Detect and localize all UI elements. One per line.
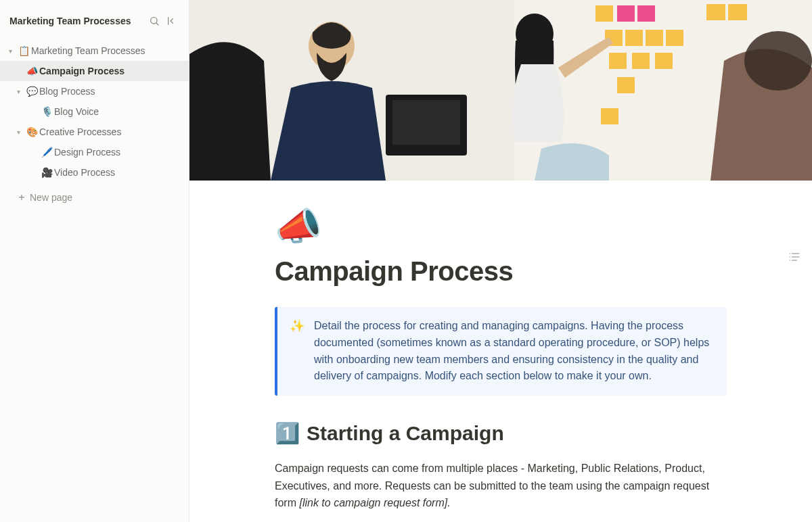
new-page-button[interactable]: + New page (0, 187, 189, 208)
camera-icon: 🎥 (39, 167, 54, 178)
page-tree: ▾ 📋 Marketing Team Processes 📣 Campaign … (0, 41, 189, 208)
svg-rect-9 (728, 4, 747, 20)
sidebar-item-label: Design Process (54, 147, 182, 158)
svg-rect-13 (666, 30, 683, 46)
svg-rect-18 (601, 108, 618, 124)
microphone-icon: 🎙️ (39, 106, 54, 117)
caret-down-icon[interactable]: ▾ (12, 88, 24, 95)
table-of-contents-icon[interactable] (788, 250, 801, 266)
clipboard-icon: 📋 (16, 45, 31, 56)
page-body: 📣 Campaign Process ✨ Detail the process … (264, 208, 738, 522)
svg-rect-23 (392, 100, 460, 145)
search-icon[interactable] (147, 14, 162, 28)
sidebar-item-label: Video Process (54, 167, 182, 178)
svg-rect-12 (646, 30, 663, 46)
sidebar-item-marketing-team-processes[interactable]: ▾ 📋 Marketing Team Processes (0, 41, 189, 61)
svg-rect-6 (617, 5, 635, 22)
callout-text: Detail the process for creating and mana… (314, 318, 715, 385)
sidebar-item-label: Blog Process (39, 86, 182, 97)
paragraph[interactable]: Campaign requests can come from multiple… (275, 460, 727, 512)
callout-block[interactable]: ✨ Detail the process for creating and ma… (275, 307, 727, 396)
sidebar-header: Marketing Team Processes (0, 5, 189, 41)
svg-rect-5 (595, 5, 613, 22)
svg-rect-17 (617, 77, 635, 93)
svg-rect-8 (706, 4, 725, 20)
sidebar-item-design-process[interactable]: 🖊️ Design Process (0, 142, 189, 162)
caret-down-icon[interactable]: ▾ (4, 47, 16, 55)
sidebar-item-label: Blog Voice (54, 106, 182, 117)
svg-rect-11 (625, 30, 643, 46)
sidebar-item-creative-processes[interactable]: ▾ 🎨 Creative Processes (0, 122, 189, 142)
sidebar-item-blog-voice[interactable]: 🎙️ Blog Voice (0, 101, 189, 122)
svg-point-21 (744, 31, 812, 91)
palette-icon: 🎨 (24, 126, 39, 137)
svg-rect-15 (632, 53, 650, 69)
sidebar-item-label: Creative Processes (39, 126, 182, 137)
svg-rect-14 (609, 53, 627, 69)
sidebar-item-label: Marketing Team Processes (31, 45, 182, 56)
sidebar-item-campaign-process[interactable]: 📣 Campaign Process (0, 61, 189, 81)
workspace-title[interactable]: Marketing Team Processes (9, 16, 144, 26)
caret-down-icon[interactable]: ▾ (12, 128, 24, 136)
sidebar-item-blog-process[interactable]: ▾ 💬 Blog Process (0, 81, 189, 101)
section-heading-starting-a-campaign[interactable]: 1️⃣ Starting a Campaign (275, 421, 727, 445)
speech-bubble-icon: 💬 (24, 86, 39, 97)
svg-line-1 (156, 23, 158, 25)
cover-image[interactable] (189, 0, 812, 181)
main-content: 📣 Campaign Process ✨ Detail the process … (189, 0, 812, 522)
section-heading-text: Starting a Campaign (307, 422, 504, 445)
sparkle-icon: ✨ (290, 318, 304, 385)
svg-rect-16 (655, 53, 673, 69)
sidebar: Marketing Team Processes ▾ 📋 Marketing T… (0, 0, 189, 522)
sidebar-item-video-process[interactable]: 🎥 Video Process (0, 162, 189, 183)
paragraph-link-placeholder: [link to campaign request form]. (299, 497, 450, 508)
keycap-one-icon: 1️⃣ (275, 421, 300, 445)
collapse-sidebar-icon[interactable] (164, 14, 179, 28)
pen-icon: 🖊️ (39, 147, 54, 158)
page-title[interactable]: Campaign Process (275, 256, 727, 287)
svg-rect-7 (637, 5, 655, 22)
plus-icon: + (15, 192, 28, 203)
sidebar-item-label: Campaign Process (39, 66, 182, 76)
page-icon[interactable]: 📣 (275, 208, 727, 245)
megaphone-icon: 📣 (24, 66, 39, 76)
new-page-label: New page (30, 192, 72, 203)
